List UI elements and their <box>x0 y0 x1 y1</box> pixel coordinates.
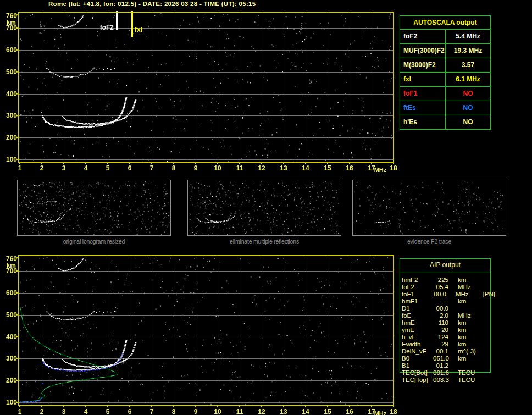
aip-row-label: foF1 <box>402 291 431 298</box>
aip-row-label: hmF1 <box>402 298 433 305</box>
autoscala-table-rows: foF25.4 MHzMUF(3000)F219.3 MHzM(3000)F23… <box>400 30 490 129</box>
autoscala-row-label: foF1 <box>400 87 446 101</box>
aip-row-value: 00.0 <box>433 305 448 312</box>
autoscala-row: fxI6.1 MHz <box>400 73 490 87</box>
autoscala-row-label: h'Es <box>400 115 446 129</box>
aip-row-value: 00.0 <box>431 291 446 298</box>
autoscala-row-value: NO <box>446 87 490 101</box>
aip-row-extra <box>484 369 486 377</box>
aip-row-extra <box>484 355 486 362</box>
aip-row-extra <box>484 327 486 334</box>
aip-row-label: TEC[Bot] <box>402 369 433 377</box>
aip-ionogram-plot <box>0 252 398 415</box>
aip-row: foF100.0MHz[PN] <box>402 291 495 298</box>
aip-row-unit: km <box>448 341 484 348</box>
autoscala-row-value: NO <box>446 115 490 129</box>
aip-row: hmF2225km <box>402 276 495 284</box>
aip-row: foF205.4MHz <box>402 284 495 291</box>
aip-row-label: hmF2 <box>402 276 433 284</box>
autoscala-row: foF1NO <box>400 87 490 101</box>
aip-row-label: D1 <box>402 305 433 312</box>
aip-row-extra: [PN] <box>481 291 495 298</box>
autoscala-row-label: ftEs <box>400 101 446 115</box>
aip-row-unit: km <box>448 334 484 341</box>
aip-row-unit: km <box>448 298 484 305</box>
aip-row: D100.0 <box>402 305 495 312</box>
autoscala-row-label: foF2 <box>400 30 446 43</box>
autoscala-row-label: MUF(3000)F2 <box>400 44 446 58</box>
aip-row-value: 110 <box>433 319 448 327</box>
aip-row: hmF1---km <box>402 298 495 305</box>
aip-row-unit: km <box>448 276 484 284</box>
autoscala-row-label: fxI <box>400 73 446 86</box>
aip-row-unit: MHz <box>448 312 484 319</box>
autoscala-row-label: M(3000)F2 <box>400 58 446 72</box>
aip-row-label: foF2 <box>402 284 433 291</box>
aip-row: TEC[Bot]001.6TECU <box>402 369 495 377</box>
aip-row-extra <box>484 341 486 348</box>
aip-row-unit: TECU <box>448 377 484 384</box>
aip-row-value: 20 <box>433 327 448 334</box>
aip-row: hmE110km <box>402 319 495 327</box>
thumbnail-eliminate-reflections <box>187 180 341 236</box>
thumbnail-caption-1: original ionogram resized <box>17 238 171 245</box>
aip-row-value: 05.4 <box>433 284 448 291</box>
autoscala-screen: Rome (lat: +41.8, lon: 012.5) - DATE: 20… <box>0 0 532 415</box>
autoscala-row-value: 6.1 MHz <box>446 73 490 86</box>
thumbnail-evidence-f2-trace <box>352 180 506 236</box>
aip-row-value: 003.3 <box>433 377 448 384</box>
aip-row-extra <box>484 377 486 384</box>
aip-row-value: 051.0 <box>433 355 448 362</box>
aip-row: B101.2 <box>402 362 495 369</box>
aip-row-unit: km <box>448 355 484 362</box>
thumbnail-caption-2: eliminate multiple reflections <box>187 238 341 245</box>
aip-row-extra <box>484 362 486 369</box>
aip-row-label: B0 <box>402 355 433 362</box>
aip-row: B0051.0km <box>402 355 495 362</box>
aip-row-label: DelN_vE <box>402 348 433 355</box>
aip-row-unit: TECU <box>448 369 484 377</box>
thumbnail-caption-3: evidence F2 trace <box>352 238 506 245</box>
aip-row-extra <box>484 348 486 355</box>
aip-row-extra <box>484 334 486 341</box>
aip-row-value: 00.1 <box>433 348 448 355</box>
aip-row-unit <box>448 305 484 312</box>
autoscala-row-value: NO <box>446 101 490 115</box>
thumbnail-original-ionogram <box>17 180 171 236</box>
aip-row-label: ymE <box>402 327 433 334</box>
autoscala-row: M(3000)F23.57 <box>400 58 490 73</box>
aip-row-value: 001.6 <box>433 369 448 377</box>
autoscala-row-value: 19.3 MHz <box>446 44 490 58</box>
autoscala-output-table: AUTOSCALA output foF25.4 MHzMUF(3000)F21… <box>400 15 491 130</box>
aip-row-extra <box>484 305 486 312</box>
aip-row-value: 01.2 <box>433 362 448 369</box>
aip-row-value: --- <box>433 298 448 305</box>
aip-row-label: h_vE <box>402 334 433 341</box>
aip-row-extra <box>484 284 486 291</box>
aip-row: TEC[Top]003.3TECU <box>402 377 495 384</box>
aip-row-label: foE <box>402 312 433 319</box>
autoscala-row: ftEsNO <box>400 101 490 115</box>
autoscala-row-value: 5.4 MHz <box>446 30 490 43</box>
aip-row: foE2.0MHz <box>402 312 495 319</box>
aip-row: h_vE124km <box>402 334 495 341</box>
aip-row-value: 2.0 <box>433 312 448 319</box>
aip-row-extra <box>484 312 486 319</box>
station-date-time-title: Rome (lat: +41.8, lon: 012.5) - DATE: 20… <box>48 1 256 7</box>
aip-row-unit <box>448 362 484 369</box>
aip-row-value: 29 <box>433 341 448 348</box>
aip-row-unit: MHz <box>446 291 481 298</box>
aip-row-extra <box>484 319 486 327</box>
main-ionogram-plot <box>0 9 398 174</box>
aip-row-label: hmE <box>402 319 433 327</box>
autoscala-table-header: AUTOSCALA output <box>400 16 490 30</box>
aip-row-label: TEC[Top] <box>402 377 433 384</box>
autoscala-row-value: 3.57 <box>446 58 490 72</box>
aip-table-header: AIP output <box>400 259 490 272</box>
aip-row-label: Ewidth <box>402 341 433 348</box>
aip-row-unit: m^(-3) <box>448 348 484 355</box>
aip-row: DelN_vE00.1m^(-3) <box>402 348 495 355</box>
aip-row-unit: km <box>448 319 484 327</box>
aip-row-value: 225 <box>433 276 448 284</box>
aip-row-label: B1 <box>402 362 433 369</box>
